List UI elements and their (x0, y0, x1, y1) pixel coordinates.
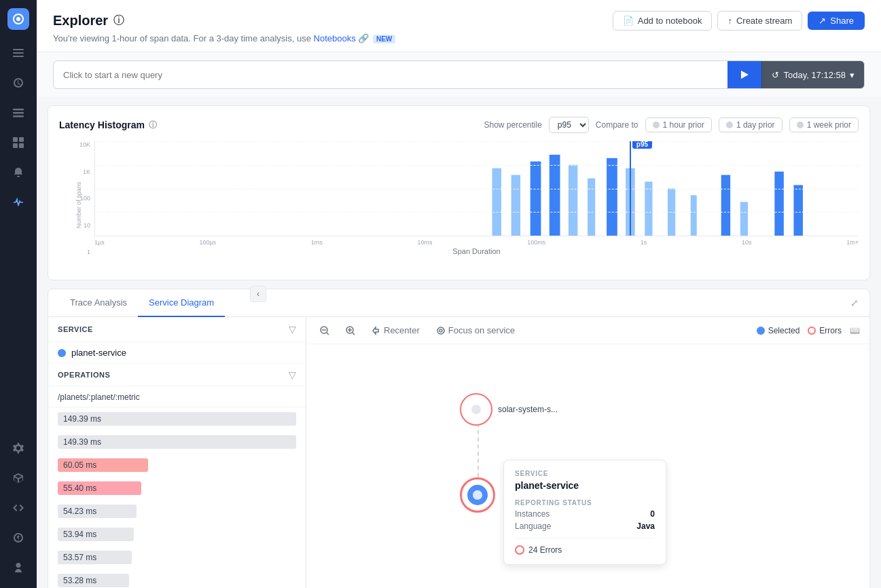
list-item[interactable]: 149.39 ms (48, 430, 306, 454)
service-tooltip: SERVICE planet-service REPORTING STATUS … (503, 460, 666, 565)
sidebar-bell-icon[interactable] (6, 160, 31, 185)
sidebar-menu-icon[interactable] (6, 41, 31, 65)
create-stream-button[interactable]: ↑ Create stream (717, 11, 802, 31)
y-tick-10k: 10K (79, 141, 90, 148)
y-tick-1k: 1K (83, 168, 90, 175)
tooltip-section-title: SERVICE (515, 470, 655, 477)
latency-bar: 60.05 ms (58, 458, 148, 472)
header-actions: 📄 Add to notebook ↑ Create stream ↗ Shar… (613, 11, 865, 31)
x-axis-label: Span Duration (452, 247, 500, 255)
svg-rect-5 (13, 109, 24, 111)
share-button[interactable]: ↗ Share (808, 12, 865, 30)
list-item[interactable]: 53.28 ms (48, 569, 306, 588)
sidebar-grid-icon[interactable] (6, 130, 31, 155)
run-query-button[interactable] (727, 61, 761, 88)
svg-rect-10 (13, 143, 18, 148)
latency-bar: 55.40 ms (58, 481, 141, 495)
zoom-in-button[interactable] (342, 323, 359, 338)
svg-rect-7 (13, 115, 24, 117)
add-to-notebook-button[interactable]: 📄 Add to notebook (613, 11, 713, 31)
legend-errors: Errors (808, 326, 842, 335)
diagram-canvas[interactable]: solar-system-s... SERVI (306, 344, 869, 588)
expand-icon[interactable]: ⤢ (850, 297, 859, 308)
svg-marker-12 (741, 71, 749, 79)
svg-rect-17 (569, 165, 577, 236)
svg-marker-35 (373, 327, 378, 334)
query-bar: ↺ Today, 17:12:58 ▾ (53, 60, 865, 89)
zoom-out-button[interactable] (316, 323, 334, 338)
sidebar-clock-icon[interactable] (6, 71, 31, 95)
1day-prior-btn[interactable]: 1 day prior (719, 117, 783, 132)
list-item[interactable]: 55.40 ms (48, 477, 306, 500)
x-tick-10ms: 10ms (417, 239, 432, 246)
sidebar-code-icon[interactable] (6, 496, 31, 520)
operation-filter-icon[interactable]: ▽ (289, 369, 296, 380)
notebooks-link[interactable]: Notebooks (314, 33, 356, 43)
latency-bar-wrap: 55.40 ms (58, 481, 296, 496)
svg-rect-27 (793, 185, 802, 236)
latency-bar-wrap: 54.23 ms (58, 504, 296, 519)
1week-dot (797, 122, 804, 128)
histogram-info-icon[interactable]: ⓘ (149, 120, 157, 131)
time-selector[interactable]: ↺ Today, 17:12:58 ▾ (761, 61, 864, 88)
chevron-down-icon: ▾ (850, 70, 855, 80)
solar-node[interactable]: solar-system-s... (460, 393, 558, 426)
1day-dot (726, 122, 733, 128)
bottom-card: Trace Analysis Service Diagram ⤢ ‹ (48, 289, 870, 588)
page-title: Explorer (53, 13, 108, 29)
stream-icon: ↑ (727, 16, 732, 26)
list-item[interactable]: 53.57 ms (48, 546, 306, 569)
tab-service-diagram[interactable]: Service Diagram (138, 289, 225, 317)
query-input[interactable] (54, 63, 727, 87)
info-icon[interactable]: ⓘ (113, 14, 124, 28)
svg-rect-16 (550, 155, 560, 236)
latency-bar-wrap: 53.28 ms (58, 573, 296, 588)
svg-point-36 (437, 327, 444, 334)
latency-bar-wrap: 149.39 ms (58, 411, 296, 426)
solar-node-circle (460, 393, 492, 426)
recenter-button[interactable]: Recenter (367, 323, 424, 338)
operation-name-row: /planets/:planet/:metric (48, 386, 306, 407)
y-tick-10: 10 (84, 222, 90, 229)
svg-rect-6 (13, 112, 24, 114)
legend-selected: Selected (757, 326, 800, 335)
latency-bar-wrap: 53.94 ms (58, 527, 296, 542)
planet-node[interactable] (460, 477, 495, 513)
solar-node-label: solar-system-s... (498, 405, 558, 414)
notebook-icon: 📄 (623, 16, 634, 26)
service-filter-icon[interactable]: ▽ (289, 324, 296, 335)
svg-rect-15 (531, 162, 541, 236)
svg-rect-26 (774, 172, 783, 236)
sidebar-gear-icon[interactable] (6, 436, 31, 460)
list-item[interactable]: 53.94 ms (48, 523, 306, 546)
tab-trace-analysis[interactable]: Trace Analysis (59, 289, 138, 317)
svg-rect-2 (13, 49, 24, 50)
sidebar-help-icon[interactable] (6, 526, 31, 550)
svg-rect-13 (492, 168, 501, 236)
svg-rect-3 (13, 52, 24, 54)
tabs-row: Trace Analysis Service Diagram ⤢ (48, 289, 869, 317)
percentile-select[interactable]: p95 p99 p50 (549, 117, 589, 133)
service-dot (58, 349, 66, 357)
diagram-toolbar: Recenter Focus on service Selected (306, 317, 869, 344)
1week-prior-btn[interactable]: 1 week prior (789, 117, 859, 132)
focus-on-service-button[interactable]: Focus on service (432, 323, 519, 338)
left-panel: ‹ SERVICE ▽ planet-service OPERATIONS (48, 317, 306, 588)
list-item[interactable]: 60.05 ms (48, 454, 306, 477)
sidebar-user-icon[interactable] (6, 555, 31, 580)
service-item[interactable]: planet-service (48, 342, 306, 364)
p95-badge: p95 (632, 141, 652, 149)
error-circle-icon (515, 545, 524, 555)
latency-bar-wrap: 149.39 ms (58, 435, 296, 449)
y-axis-label: Number of spans (75, 182, 82, 229)
1hour-prior-btn[interactable]: 1 hour prior (645, 117, 712, 132)
sidebar-cube-icon[interactable] (6, 466, 31, 490)
book-icon[interactable]: 📖 (850, 326, 860, 335)
sidebar-pulse-icon[interactable] (6, 190, 31, 215)
list-item[interactable]: 149.39 ms (48, 407, 306, 430)
sidebar-list-icon[interactable] (6, 100, 31, 125)
svg-rect-25 (740, 202, 748, 236)
latency-bar: 53.94 ms (58, 528, 134, 541)
solar-node-inner (471, 405, 481, 414)
list-item[interactable]: 54.23 ms (48, 500, 306, 523)
